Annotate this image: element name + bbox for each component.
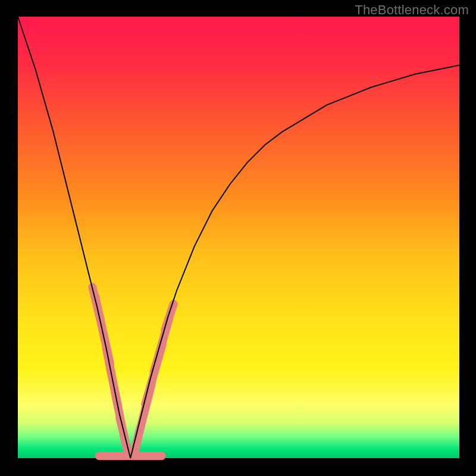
chart-overlay [18,17,459,458]
watermark-text: TheBottleneck.com [355,2,469,18]
bottleneck-curve [18,17,459,458]
curve-marker [159,299,178,335]
marker-group [87,282,179,460]
chart-frame: TheBottleneck.com [0,0,476,476]
